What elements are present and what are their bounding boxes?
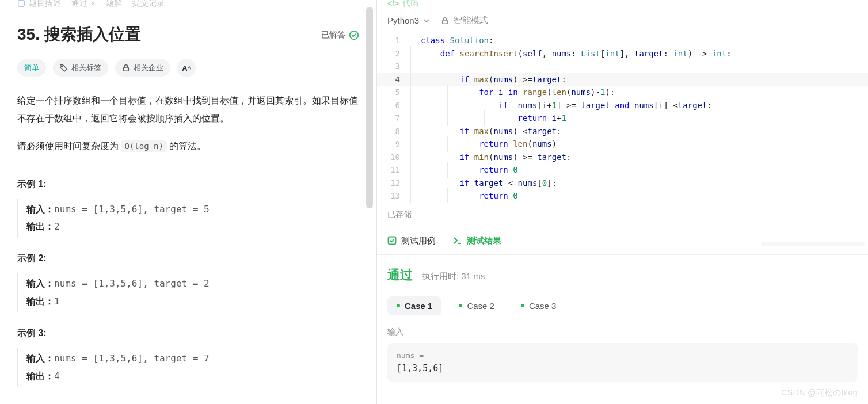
tag-icon [60, 64, 68, 72]
case-input-label: 输入 [387, 327, 858, 337]
check-circle-icon [349, 30, 359, 40]
code-editor[interactable]: 1class Solution: 2 def searchInsert(self… [377, 34, 868, 203]
tab-description[interactable]: 题目描述 [17, 0, 61, 7]
description-paragraph-1: 给定一个排序数组和一个目标值，在数组中找到目标值，并返回其索引。如果目标值不存在… [17, 92, 359, 127]
example-3-title: 示例 3: [17, 327, 359, 340]
code-header: </>代码 [377, 0, 868, 7]
checkbox-icon [387, 236, 397, 245]
svg-rect-4 [443, 20, 448, 24]
problem-title: 35. 搜索插入位置 [17, 24, 141, 45]
description-paragraph-2: 请必须使用时间复杂度为 O(log n) 的算法。 [17, 138, 359, 155]
example-1-title: 示例 1: [17, 178, 359, 190]
complexity-code: O(log n) [121, 140, 166, 152]
panel-resize-handle[interactable] [761, 242, 865, 246]
case-input-box[interactable]: nums = [1,3,5,6] [387, 343, 858, 382]
smart-mode[interactable]: 智能模式 [441, 15, 488, 26]
language-selector[interactable]: Python3 [387, 16, 429, 25]
lock-icon [122, 64, 130, 72]
top-tabs: 题目描述 通过 × 题解 提交记录 [0, 0, 376, 7]
svg-rect-3 [124, 68, 129, 71]
difficulty-badge: 简单 [17, 59, 46, 77]
case-tab-3[interactable]: Case 3 [512, 296, 566, 315]
svg-rect-5 [389, 237, 396, 245]
tab-submissions[interactable]: 提交记录 [132, 0, 165, 7]
tab-solution[interactable]: 题解 [106, 0, 122, 7]
left-scrollbar[interactable] [366, 7, 374, 404]
font-size-button[interactable]: AA [177, 59, 196, 77]
result-runtime: 执行用时: 31 ms [422, 271, 485, 282]
tags-button[interactable]: 相关标签 [53, 59, 108, 77]
tab-pass[interactable]: 通过 × [71, 0, 96, 7]
result-status: 通过 [387, 266, 413, 284]
terminal-icon [453, 236, 462, 245]
svg-rect-0 [18, 1, 25, 7]
chevron-down-icon [424, 18, 429, 24]
case-tab-2[interactable]: Case 2 [450, 296, 504, 315]
example-2-title: 示例 2: [17, 253, 359, 265]
editor-status: 已存储 [377, 203, 868, 227]
tab-testcase[interactable]: 测试用例 [387, 235, 436, 246]
lock-icon [441, 17, 449, 25]
companies-button[interactable]: 相关企业 [115, 59, 170, 77]
case-tab-1[interactable]: Case 1 [387, 296, 441, 315]
solved-badge: 已解答 [321, 30, 359, 40]
tab-result[interactable]: 测试结果 [453, 235, 501, 246]
svg-point-2 [62, 66, 63, 67]
